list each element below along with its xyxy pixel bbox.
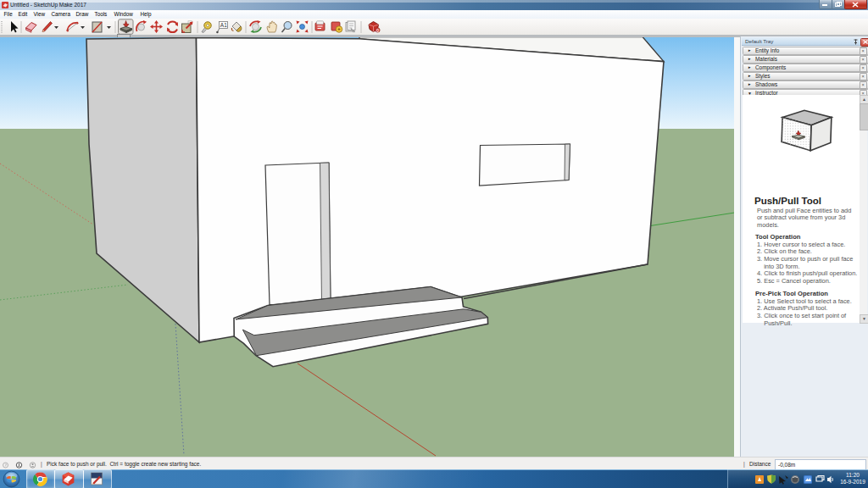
svg-text:A1: A1 (220, 22, 227, 28)
svg-text:0: 0 (376, 28, 379, 33)
